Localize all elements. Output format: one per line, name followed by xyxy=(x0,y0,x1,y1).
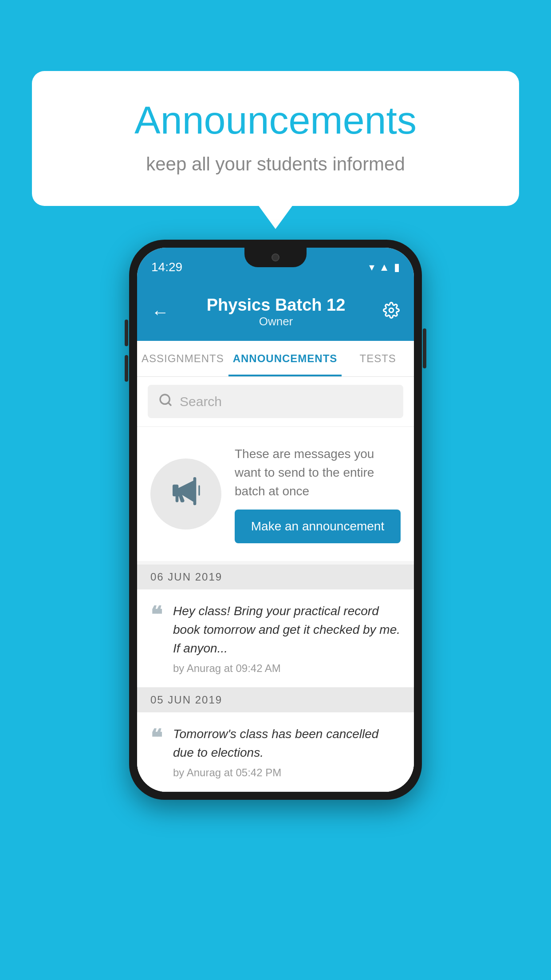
batch-title: Physics Batch 12 xyxy=(207,296,346,315)
promo-description: These are messages you want to send to t… xyxy=(235,445,401,501)
speech-bubble: Announcements keep all your students inf… xyxy=(32,71,519,206)
search-section: Search xyxy=(137,377,414,426)
promo-section: These are messages you want to send to t… xyxy=(137,427,414,561)
back-button[interactable]: ← xyxy=(151,302,169,322)
power-button xyxy=(423,328,426,368)
announcement-title: Announcements xyxy=(67,98,484,143)
volume-down-button xyxy=(125,355,128,382)
batch-role: Owner xyxy=(207,315,346,328)
announcement-item-2[interactable]: ❝ Tomorrow's class has been cancelled du… xyxy=(137,712,414,792)
quote-icon-2: ❝ xyxy=(150,727,162,749)
tab-assignments[interactable]: ASSIGNMENTS xyxy=(137,341,228,376)
status-icons: ▾ ▲ ▮ xyxy=(369,261,400,273)
announcement-content-2: Tomorrow's class has been cancelled due … xyxy=(173,725,401,779)
battery-icon: ▮ xyxy=(394,261,400,273)
tab-announcements[interactable]: ANNOUNCEMENTS xyxy=(228,341,342,376)
phone-mockup: 14:29 ▾ ▲ ▮ ← Physics Batch 12 Owner xyxy=(129,240,422,800)
announcement-meta-1: by Anurag at 09:42 AM xyxy=(173,662,401,675)
phone-outer-frame: 14:29 ▾ ▲ ▮ ← Physics Batch 12 Owner xyxy=(129,240,422,800)
search-placeholder: Search xyxy=(180,394,222,409)
header-center: Physics Batch 12 Owner xyxy=(207,296,346,328)
search-icon xyxy=(158,393,173,410)
speech-bubble-section: Announcements keep all your students inf… xyxy=(32,71,519,206)
date-divider-1: 06 JUN 2019 xyxy=(137,565,414,589)
app-header: ← Physics Batch 12 Owner xyxy=(137,287,414,341)
megaphone-icon xyxy=(168,473,204,515)
tab-tests[interactable]: TESTS xyxy=(342,341,414,376)
announcement-text-2: Tomorrow's class has been cancelled due … xyxy=(173,725,401,762)
date-divider-2: 05 JUN 2019 xyxy=(137,688,414,712)
announcement-content-1: Hey class! Bring your practical record b… xyxy=(173,602,401,675)
announcement-text-1: Hey class! Bring your practical record b… xyxy=(173,602,401,658)
announcement-subtitle: keep all your students informed xyxy=(67,154,484,175)
make-announcement-button[interactable]: Make an announcement xyxy=(235,510,401,543)
front-camera xyxy=(272,253,279,261)
svg-line-2 xyxy=(168,403,171,405)
megaphone-circle xyxy=(150,458,221,530)
phone-screen: 14:29 ▾ ▲ ▮ ← Physics Batch 12 Owner xyxy=(137,248,414,792)
wifi-icon: ▾ xyxy=(369,261,374,273)
volume-up-button xyxy=(125,320,128,346)
phone-notch xyxy=(244,248,307,267)
content-area: Search These are messages xyxy=(137,377,414,792)
search-bar[interactable]: Search xyxy=(148,385,403,418)
status-bar: 14:29 ▾ ▲ ▮ xyxy=(137,248,414,287)
signal-icon: ▲ xyxy=(379,261,390,273)
announcement-item-1[interactable]: ❝ Hey class! Bring your practical record… xyxy=(137,589,414,688)
quote-icon-1: ❝ xyxy=(150,604,162,626)
announcement-meta-2: by Anurag at 05:42 PM xyxy=(173,767,401,779)
tabs-bar: ASSIGNMENTS ANNOUNCEMENTS TESTS xyxy=(137,341,414,377)
status-time: 14:29 xyxy=(151,260,182,274)
settings-button[interactable] xyxy=(383,302,400,323)
svg-point-0 xyxy=(389,308,394,312)
promo-content: These are messages you want to send to t… xyxy=(235,445,401,543)
